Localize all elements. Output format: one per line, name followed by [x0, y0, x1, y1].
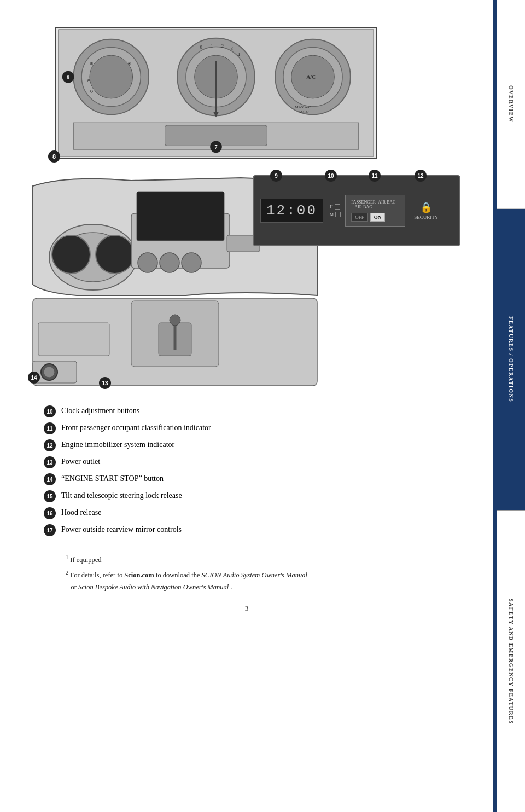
airbag-text2: AIR BAG — [378, 200, 396, 205]
sidebar-tab-safety-label: SAFETY AND EMERGENCY FEATURES — [508, 599, 514, 724]
svg-text:13: 13 — [102, 380, 108, 386]
footnote-2-text1: For details, refer to — [70, 572, 124, 579]
airbag-labels: PASSENGER AIR BAG AIR BAG — [351, 200, 399, 210]
footnote-2-text4: . — [230, 583, 232, 591]
svg-text:↻: ↻ — [90, 89, 94, 94]
badge-9-label: 9 — [275, 173, 278, 179]
svg-point-33 — [52, 235, 90, 274]
airbag-label2: AIR BAG — [378, 200, 396, 210]
sidebar-tab-features-label: FEATURES / OPERATIONS — [508, 316, 514, 402]
badge-9: 9 — [270, 170, 282, 182]
m-button: M — [330, 212, 341, 217]
svg-text:0: 0 — [200, 44, 203, 50]
footnote-1: 1 If equipped — [66, 553, 471, 566]
m-label: M — [330, 212, 334, 217]
desc-text-11: Front passenger occupant classification … — [61, 422, 471, 433]
svg-text:❄: ❄ — [90, 61, 94, 66]
svg-point-45 — [170, 315, 180, 326]
sidebar-tab-overview: OVERVIEW — [497, 0, 525, 209]
svg-text:↕: ↕ — [130, 79, 132, 83]
desc-text-14: “ENGINE START STOP” button — [61, 473, 471, 484]
svg-text:⊕: ⊕ — [87, 78, 91, 83]
badge-11: 11 — [369, 170, 381, 182]
footnote-2: 2 For details, refer to Scion.com to dow… — [66, 568, 471, 593]
svg-text:6: 6 — [67, 73, 70, 80]
page-number: 3 — [22, 604, 471, 613]
svg-text:4: 4 — [237, 52, 240, 57]
security-indicator: 🔒 SECURITY — [414, 201, 438, 220]
descriptions-list: 10 Clock adjustment buttons 11 Front pas… — [22, 405, 471, 536]
m-checkbox — [335, 212, 341, 217]
desc-item-12: 12 Engine immobilizer system indicator — [44, 439, 471, 451]
airbag-status-row: OFF ON — [351, 213, 399, 222]
svg-text:14: 14 — [31, 375, 37, 381]
desc-num-12: 12 — [44, 439, 56, 451]
blue-accent-bar — [493, 0, 497, 812]
clock-value: 12:00 — [266, 202, 317, 219]
desc-text-15: Tilt and telescopic steering lock releas… — [61, 490, 471, 501]
svg-text:2: 2 — [221, 43, 224, 49]
security-icon: 🔒 — [414, 201, 438, 213]
desc-num-13: 13 — [44, 456, 56, 468]
desc-item-10: 10 Clock adjustment buttons — [44, 405, 471, 417]
svg-text:1: 1 — [211, 43, 213, 49]
badge-12: 12 — [415, 170, 427, 182]
airbag-off-status: OFF — [351, 213, 368, 222]
svg-point-3 — [90, 55, 133, 98]
desc-item-15: 15 Tilt and telescopic steering lock rel… — [44, 490, 471, 502]
svg-text:3: 3 — [231, 45, 234, 51]
footnote-2-italic2: Scion Bespoke Audio with Navigation Owne… — [78, 583, 229, 591]
svg-point-34 — [96, 235, 134, 274]
desc-text-17: Power outside rearview mirror controls — [61, 524, 471, 535]
badge-11-label: 11 — [371, 173, 377, 179]
desc-text-10: Clock adjustment buttons — [61, 405, 471, 416]
desc-num-11: 11 — [44, 422, 56, 434]
desc-item-17: 17 Power outside rearview mirror control… — [44, 524, 471, 536]
footnote-2-superscript: 2 — [66, 570, 68, 576]
desc-text-16: Hood release — [61, 507, 471, 518]
desc-item-14: 14 “ENGINE START STOP” button — [44, 473, 471, 485]
svg-point-49 — [44, 367, 55, 378]
svg-text:☀: ☀ — [127, 61, 131, 66]
desc-num-16: 16 — [44, 507, 56, 519]
footnote-2-text2: to download the — [156, 572, 202, 579]
footnote-1-text: If equipped — [70, 556, 101, 564]
badge-12-label: 12 — [417, 173, 423, 179]
airbag-panel: PASSENGER AIR BAG AIR BAG OFF ON — [345, 195, 405, 227]
desc-num-15: 15 — [44, 490, 56, 502]
svg-text:A/C: A/C — [306, 74, 316, 80]
desc-item-13: 13 Power outlet — [44, 456, 471, 468]
svg-text:7: 7 — [214, 143, 218, 150]
desc-item-11: 11 Front passenger occupant classificati… — [44, 422, 471, 434]
desc-num-14: 14 — [44, 473, 56, 485]
footnotes: 1 If equipped 2 For details, refer to Sc… — [22, 553, 471, 593]
footnote-1-superscript: 1 — [66, 554, 68, 560]
badge-10-label: 10 — [328, 173, 334, 179]
desc-text-13: Power outlet — [61, 456, 471, 467]
svg-rect-47 — [38, 323, 109, 356]
svg-point-39 — [160, 253, 179, 272]
svg-point-38 — [138, 253, 158, 272]
svg-text:AUTO: AUTO — [298, 109, 308, 113]
dashboard-diagram: 14 13 9 10 11 — [22, 159, 471, 394]
badge-10: 10 — [325, 170, 337, 182]
clock-display: 12:00 — [260, 199, 323, 223]
climate-control-diagram: ❄ ☀ ⊕ ↕ ↻ 0 1 2 3 4 — [55, 27, 377, 159]
h-checkbox — [335, 204, 340, 210]
h-label: H — [330, 205, 333, 210]
svg-rect-36 — [137, 192, 224, 241]
desc-num-10: 10 — [44, 405, 56, 417]
desc-num-17: 17 — [44, 524, 56, 536]
diagram-area: ❄ ☀ ⊕ ↕ ↻ 0 1 2 3 4 — [22, 27, 471, 394]
svg-point-40 — [182, 253, 201, 272]
hm-buttons: H M — [330, 204, 341, 217]
desc-text-12: Engine immobilizer system indicator — [61, 439, 471, 450]
airbag-on-status: ON — [370, 213, 386, 222]
instrument-cluster: 9 10 11 12 12:00 — [253, 175, 460, 246]
passenger-text: PASSENGER — [351, 200, 376, 205]
main-content: ❄ ☀ ⊕ ↕ ↻ 0 1 2 3 4 — [0, 0, 493, 635]
footnote-2-italic1: SCION Audio System Owner's Manual — [202, 572, 307, 579]
svg-text:MAX A/C: MAX A/C — [295, 105, 311, 109]
h-button: H — [330, 204, 341, 210]
footnote-2-text3: or — [66, 583, 78, 591]
